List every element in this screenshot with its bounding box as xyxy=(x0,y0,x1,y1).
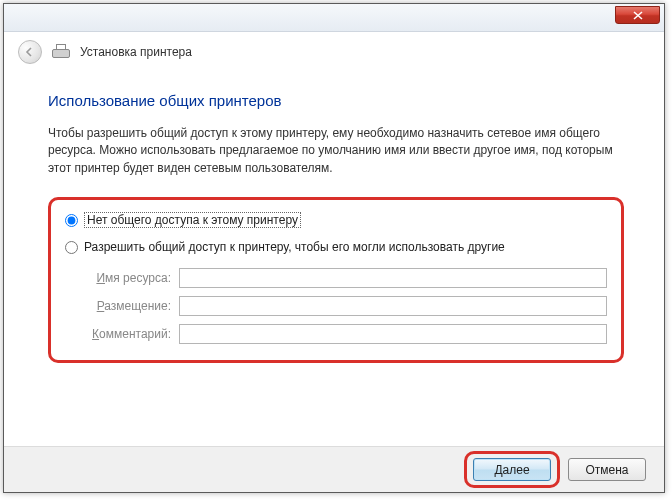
wizard-content: Использование общих принтеров Чтобы разр… xyxy=(4,74,664,373)
label-location: Размещение: xyxy=(83,299,179,313)
field-share-name: Имя ресурса: xyxy=(83,268,607,288)
back-button[interactable] xyxy=(18,40,42,64)
cancel-button[interactable]: Отмена xyxy=(568,458,646,481)
close-icon xyxy=(633,11,643,20)
label-share-name: Имя ресурса: xyxy=(83,271,179,285)
share-fields: Имя ресурса: Размещение: Комментарий: xyxy=(83,268,607,344)
close-button[interactable] xyxy=(615,6,660,24)
radio-share-label: Разрешить общий доступ к принтеру, чтобы… xyxy=(84,240,505,254)
field-comment: Комментарий: xyxy=(83,324,607,344)
page-description: Чтобы разрешить общий доступ к этому при… xyxy=(48,125,624,177)
next-button-highlight: Далее xyxy=(464,451,560,488)
wizard-dialog: Установка принтера Использование общих п… xyxy=(3,3,665,493)
field-location: Размещение: xyxy=(83,296,607,316)
label-comment: Комментарий: xyxy=(83,327,179,341)
input-comment[interactable] xyxy=(179,324,607,344)
wizard-header: Установка принтера xyxy=(4,32,664,74)
page-heading: Использование общих принтеров xyxy=(48,92,624,109)
radio-share[interactable]: Разрешить общий доступ к принтеру, чтобы… xyxy=(65,240,607,254)
back-arrow-icon xyxy=(24,46,36,58)
radio-no-share[interactable]: Нет общего доступа к этому принтеру xyxy=(65,212,607,228)
titlebar xyxy=(4,4,664,32)
printer-icon xyxy=(52,44,70,60)
radio-no-share-label: Нет общего доступа к этому принтеру xyxy=(84,212,301,228)
sharing-options-group: Нет общего доступа к этому принтеру Разр… xyxy=(48,197,624,363)
wizard-footer: Далее Отмена xyxy=(4,446,664,492)
radio-no-share-input[interactable] xyxy=(65,214,78,227)
input-location[interactable] xyxy=(179,296,607,316)
wizard-title: Установка принтера xyxy=(80,45,192,59)
next-button[interactable]: Далее xyxy=(473,458,551,481)
radio-share-input[interactable] xyxy=(65,241,78,254)
input-share-name[interactable] xyxy=(179,268,607,288)
